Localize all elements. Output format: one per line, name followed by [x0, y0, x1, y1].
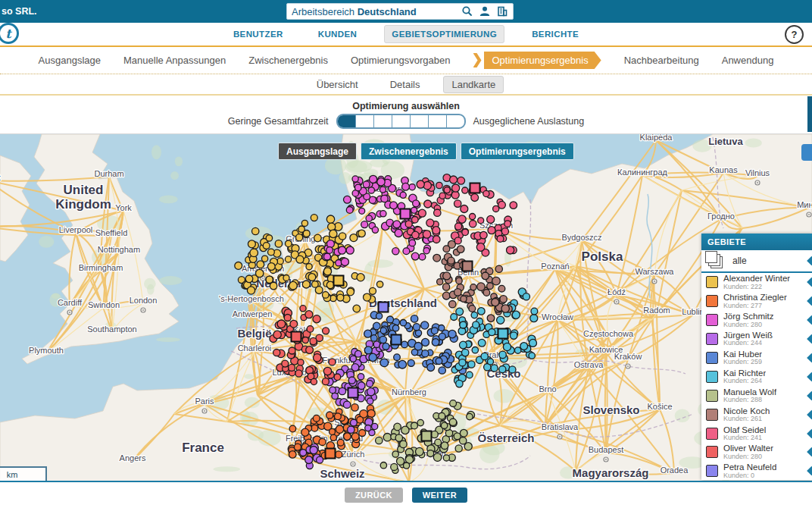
- customer-dot[interactable]: [353, 305, 361, 312]
- customer-dot[interactable]: [461, 205, 468, 213]
- customer-dot[interactable]: [431, 328, 438, 334]
- territory-row[interactable]: Olaf SeidelKunden: 241: [701, 424, 812, 443]
- customer-dot[interactable]: [500, 296, 507, 303]
- customer-dot[interactable]: [277, 258, 283, 264]
- customer-dot[interactable]: [344, 196, 351, 203]
- customer-dot[interactable]: [412, 217, 419, 224]
- slider-segment-2[interactable]: [356, 115, 374, 127]
- slider-segment-6[interactable]: [429, 115, 447, 127]
- customer-dot[interactable]: [493, 205, 499, 212]
- customer-dot[interactable]: [411, 422, 418, 429]
- customer-dot[interactable]: [449, 419, 456, 425]
- customer-dot[interactable]: [323, 367, 331, 375]
- customer-dot[interactable]: [492, 299, 499, 306]
- customer-dot[interactable]: [337, 439, 344, 446]
- customer-dot[interactable]: [326, 240, 334, 248]
- customer-dot[interactable]: [282, 360, 289, 367]
- customer-dot[interactable]: [426, 219, 434, 227]
- customer-dot[interactable]: [400, 441, 407, 447]
- customer-dot[interactable]: [436, 358, 442, 365]
- customer-dot[interactable]: [303, 230, 310, 237]
- customer-dot[interactable]: [481, 353, 488, 359]
- customer-dot[interactable]: [427, 364, 435, 372]
- customer-dot[interactable]: [351, 364, 359, 372]
- customer-dot[interactable]: [339, 387, 345, 394]
- customer-dot[interactable]: [471, 312, 477, 318]
- customer-dot[interactable]: [441, 422, 447, 428]
- customer-dot[interactable]: [377, 178, 385, 186]
- customer-dot[interactable]: [392, 325, 398, 331]
- customer-dot[interactable]: [350, 234, 358, 242]
- customer-dot[interactable]: [472, 347, 478, 353]
- customer-dot[interactable]: [368, 187, 374, 193]
- territory-center-marker[interactable]: [401, 209, 411, 219]
- customer-dot[interactable]: [411, 252, 419, 260]
- customer-dot[interactable]: [421, 321, 429, 329]
- customer-dot[interactable]: [452, 184, 460, 192]
- customer-dot[interactable]: [467, 413, 473, 419]
- customer-dot[interactable]: [441, 442, 448, 450]
- customer-dot[interactable]: [503, 343, 511, 350]
- customer-dot[interactable]: [273, 350, 280, 356]
- slider-segment-7[interactable]: [447, 115, 464, 127]
- zoom-to-territory-icon[interactable]: [807, 353, 812, 363]
- customer-dot[interactable]: [324, 253, 331, 260]
- customer-dot[interactable]: [247, 287, 255, 294]
- customer-dot[interactable]: [401, 426, 409, 434]
- customer-dot[interactable]: [483, 190, 489, 196]
- customer-dot[interactable]: [454, 237, 461, 244]
- customer-dot[interactable]: [326, 215, 334, 223]
- customer-dot[interactable]: [363, 181, 370, 188]
- customer-dot[interactable]: [397, 457, 404, 465]
- customer-dot[interactable]: [277, 320, 286, 328]
- customer-dot[interactable]: [267, 263, 275, 271]
- customer-dot[interactable]: [334, 374, 341, 381]
- customer-dot[interactable]: [455, 445, 462, 452]
- customer-dot[interactable]: [467, 372, 473, 378]
- territory-center-marker[interactable]: [498, 329, 508, 339]
- customer-dot[interactable]: [370, 175, 377, 183]
- customer-dot[interactable]: [504, 221, 511, 227]
- customer-dot[interactable]: [266, 276, 273, 283]
- customer-dot[interactable]: [404, 463, 410, 469]
- customer-dot[interactable]: [444, 187, 450, 193]
- territory-center-marker[interactable]: [326, 449, 336, 459]
- customer-dot[interactable]: [423, 248, 429, 254]
- customer-dot[interactable]: [529, 339, 537, 347]
- customer-dot[interactable]: [235, 262, 242, 270]
- customer-dot[interactable]: [311, 215, 317, 221]
- territory-row[interactable]: Jörg SchmitzKunden: 280: [701, 311, 812, 330]
- workspace-search[interactable]: Arbeitsbereich Deutschland: [286, 3, 514, 20]
- gebiete-item-alle[interactable]: alle: [701, 250, 812, 273]
- customer-dot[interactable]: [301, 428, 309, 436]
- customer-dot[interactable]: [434, 209, 441, 216]
- map-button-zwischenergebnis[interactable]: Zwischenergebnis: [361, 143, 457, 160]
- customer-dot[interactable]: [366, 215, 372, 221]
- customer-dot[interactable]: [245, 275, 253, 283]
- customer-dot[interactable]: [315, 287, 323, 294]
- customer-dot[interactable]: [306, 264, 312, 270]
- customer-dot[interactable]: [468, 361, 475, 368]
- customer-dot[interactable]: [476, 243, 485, 252]
- territory-row[interactable]: Jürgen WeißKunden: 244: [701, 330, 812, 349]
- customer-dot[interactable]: [252, 227, 259, 234]
- customer-dot[interactable]: [300, 306, 306, 312]
- back-button[interactable]: ZURÜCK: [345, 488, 403, 503]
- customer-dot[interactable]: [339, 233, 345, 240]
- wizard-step-4[interactable]: Optimierungsvorgaben: [351, 55, 451, 66]
- slider-segment-4[interactable]: [392, 115, 411, 127]
- customer-dot[interactable]: [433, 453, 442, 462]
- customer-dot[interactable]: [268, 249, 275, 256]
- customer-dot[interactable]: [439, 367, 445, 374]
- customer-dot[interactable]: [310, 447, 317, 454]
- customer-dot[interactable]: [478, 308, 486, 315]
- zoom-to-territory-icon[interactable]: [807, 256, 812, 266]
- customer-dot[interactable]: [394, 423, 401, 431]
- customer-dot[interactable]: [350, 356, 356, 362]
- customer-dot[interactable]: [351, 404, 358, 411]
- zoom-to-territory-icon[interactable]: [807, 372, 812, 382]
- customer-dot[interactable]: [329, 230, 337, 237]
- customer-dot[interactable]: [412, 231, 420, 239]
- customer-dot[interactable]: [483, 290, 490, 296]
- zoom-to-territory-icon[interactable]: [807, 334, 812, 344]
